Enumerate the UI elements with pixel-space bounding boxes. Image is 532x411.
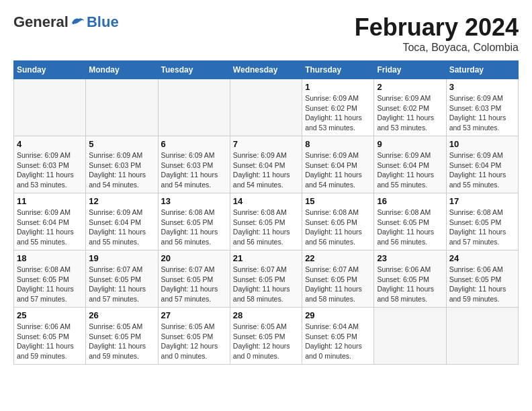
calendar-cell: 11Sunrise: 6:09 AM Sunset: 6:04 PM Dayli… bbox=[14, 193, 86, 250]
calendar-cell: 3Sunrise: 6:09 AM Sunset: 6:03 PM Daylig… bbox=[446, 79, 518, 136]
day-info: Sunrise: 6:08 AM Sunset: 6:05 PM Dayligh… bbox=[377, 208, 443, 247]
calendar-cell: 7Sunrise: 6:09 AM Sunset: 6:04 PM Daylig… bbox=[230, 136, 302, 193]
calendar-cell: 25Sunrise: 6:06 AM Sunset: 6:05 PM Dayli… bbox=[14, 308, 86, 365]
calendar-week-3: 11Sunrise: 6:09 AM Sunset: 6:04 PM Dayli… bbox=[14, 193, 519, 250]
day-number: 11 bbox=[17, 196, 83, 206]
calendar-cell: 2Sunrise: 6:09 AM Sunset: 6:02 PM Daylig… bbox=[374, 79, 446, 136]
day-info: Sunrise: 6:07 AM Sunset: 6:05 PM Dayligh… bbox=[161, 265, 227, 304]
day-info: Sunrise: 6:06 AM Sunset: 6:05 PM Dayligh… bbox=[377, 265, 443, 304]
day-info: Sunrise: 6:09 AM Sunset: 6:02 PM Dayligh… bbox=[377, 93, 443, 133]
day-number: 28 bbox=[233, 310, 299, 320]
calendar-week-2: 4Sunrise: 6:09 AM Sunset: 6:03 PM Daylig… bbox=[14, 136, 519, 193]
calendar-cell bbox=[86, 79, 158, 136]
day-number: 20 bbox=[161, 253, 227, 263]
calendar-cell: 19Sunrise: 6:07 AM Sunset: 6:05 PM Dayli… bbox=[86, 250, 158, 308]
weekday-header-tuesday: Tuesday bbox=[158, 61, 230, 79]
day-number: 25 bbox=[17, 310, 83, 320]
calendar-cell: 29Sunrise: 6:04 AM Sunset: 6:05 PM Dayli… bbox=[302, 308, 374, 365]
calendar-cell: 1Sunrise: 6:09 AM Sunset: 6:02 PM Daylig… bbox=[302, 79, 374, 136]
weekday-header-row: SundayMondayTuesdayWednesdayThursdayFrid… bbox=[14, 61, 519, 79]
calendar-cell bbox=[374, 308, 446, 365]
logo-general-text: General bbox=[13, 13, 69, 31]
day-number: 6 bbox=[161, 139, 227, 149]
calendar-cell: 9Sunrise: 6:09 AM Sunset: 6:04 PM Daylig… bbox=[374, 136, 446, 193]
calendar-cell bbox=[446, 308, 518, 365]
calendar-cell: 24Sunrise: 6:06 AM Sunset: 6:05 PM Dayli… bbox=[446, 250, 518, 308]
day-info: Sunrise: 6:09 AM Sunset: 6:04 PM Dayligh… bbox=[233, 150, 299, 190]
calendar-cell: 23Sunrise: 6:06 AM Sunset: 6:05 PM Dayli… bbox=[374, 250, 446, 308]
day-number: 4 bbox=[17, 139, 83, 149]
calendar-table: SundayMondayTuesdayWednesdayThursdayFrid… bbox=[13, 60, 519, 365]
calendar-cell bbox=[158, 79, 230, 136]
day-number: 14 bbox=[233, 196, 299, 206]
calendar-cell: 15Sunrise: 6:08 AM Sunset: 6:05 PM Dayli… bbox=[302, 193, 374, 250]
calendar-cell bbox=[14, 79, 86, 136]
calendar-cell: 5Sunrise: 6:09 AM Sunset: 6:03 PM Daylig… bbox=[86, 136, 158, 193]
day-number: 23 bbox=[377, 253, 443, 263]
day-info: Sunrise: 6:09 AM Sunset: 6:04 PM Dayligh… bbox=[377, 150, 443, 190]
day-number: 17 bbox=[449, 196, 515, 206]
calendar-cell: 10Sunrise: 6:09 AM Sunset: 6:04 PM Dayli… bbox=[446, 136, 518, 193]
calendar-cell: 20Sunrise: 6:07 AM Sunset: 6:05 PM Dayli… bbox=[158, 250, 230, 308]
day-info: Sunrise: 6:09 AM Sunset: 6:03 PM Dayligh… bbox=[17, 150, 83, 190]
weekday-header-monday: Monday bbox=[86, 61, 158, 79]
title-block: February 2024 Toca, Boyaca, Colombia bbox=[355, 13, 519, 54]
calendar-week-1: 1Sunrise: 6:09 AM Sunset: 6:02 PM Daylig… bbox=[14, 79, 519, 136]
day-info: Sunrise: 6:09 AM Sunset: 6:04 PM Dayligh… bbox=[449, 150, 515, 190]
day-number: 19 bbox=[89, 253, 154, 263]
day-info: Sunrise: 6:09 AM Sunset: 6:03 PM Dayligh… bbox=[449, 93, 515, 133]
day-info: Sunrise: 6:06 AM Sunset: 6:05 PM Dayligh… bbox=[449, 265, 515, 304]
day-number: 18 bbox=[17, 253, 83, 263]
day-number: 9 bbox=[377, 139, 443, 149]
calendar-cell: 17Sunrise: 6:08 AM Sunset: 6:05 PM Dayli… bbox=[446, 193, 518, 250]
calendar-cell: 27Sunrise: 6:05 AM Sunset: 6:05 PM Dayli… bbox=[158, 308, 230, 365]
day-number: 13 bbox=[161, 196, 227, 206]
day-info: Sunrise: 6:09 AM Sunset: 6:04 PM Dayligh… bbox=[17, 208, 83, 247]
calendar-cell: 16Sunrise: 6:08 AM Sunset: 6:05 PM Dayli… bbox=[374, 193, 446, 250]
day-info: Sunrise: 6:09 AM Sunset: 6:04 PM Dayligh… bbox=[89, 208, 154, 247]
logo-blue-text: Blue bbox=[87, 13, 119, 31]
day-number: 12 bbox=[89, 196, 154, 206]
calendar-cell bbox=[230, 79, 302, 136]
calendar-cell: 6Sunrise: 6:09 AM Sunset: 6:03 PM Daylig… bbox=[158, 136, 230, 193]
day-info: Sunrise: 6:08 AM Sunset: 6:05 PM Dayligh… bbox=[17, 265, 83, 304]
weekday-header-wednesday: Wednesday bbox=[230, 61, 302, 79]
day-info: Sunrise: 6:05 AM Sunset: 6:05 PM Dayligh… bbox=[161, 322, 227, 361]
day-number: 7 bbox=[233, 139, 299, 149]
day-info: Sunrise: 6:08 AM Sunset: 6:05 PM Dayligh… bbox=[161, 208, 227, 247]
day-number: 21 bbox=[233, 253, 299, 263]
calendar-cell: 13Sunrise: 6:08 AM Sunset: 6:05 PM Dayli… bbox=[158, 193, 230, 250]
day-info: Sunrise: 6:07 AM Sunset: 6:05 PM Dayligh… bbox=[305, 265, 371, 304]
day-info: Sunrise: 6:07 AM Sunset: 6:05 PM Dayligh… bbox=[233, 265, 299, 304]
weekday-header-sunday: Sunday bbox=[14, 61, 86, 79]
day-info: Sunrise: 6:09 AM Sunset: 6:02 PM Dayligh… bbox=[305, 93, 371, 133]
month-year-title: February 2024 bbox=[355, 13, 519, 42]
calendar-cell: 18Sunrise: 6:08 AM Sunset: 6:05 PM Dayli… bbox=[14, 250, 86, 308]
calendar-cell: 12Sunrise: 6:09 AM Sunset: 6:04 PM Dayli… bbox=[86, 193, 158, 250]
day-number: 3 bbox=[449, 82, 515, 92]
weekday-header-thursday: Thursday bbox=[302, 61, 374, 79]
day-number: 8 bbox=[305, 139, 371, 149]
day-info: Sunrise: 6:09 AM Sunset: 6:03 PM Dayligh… bbox=[89, 150, 154, 190]
calendar-week-4: 18Sunrise: 6:08 AM Sunset: 6:05 PM Dayli… bbox=[14, 250, 519, 308]
calendar-cell: 26Sunrise: 6:05 AM Sunset: 6:05 PM Dayli… bbox=[86, 308, 158, 365]
calendar-cell: 8Sunrise: 6:09 AM Sunset: 6:04 PM Daylig… bbox=[302, 136, 374, 193]
calendar-week-5: 25Sunrise: 6:06 AM Sunset: 6:05 PM Dayli… bbox=[14, 308, 519, 365]
location-subtitle: Toca, Boyaca, Colombia bbox=[355, 42, 519, 54]
calendar-cell: 28Sunrise: 6:05 AM Sunset: 6:05 PM Dayli… bbox=[230, 308, 302, 365]
day-info: Sunrise: 6:09 AM Sunset: 6:04 PM Dayligh… bbox=[305, 150, 371, 190]
day-number: 5 bbox=[89, 139, 154, 149]
calendar-cell: 4Sunrise: 6:09 AM Sunset: 6:03 PM Daylig… bbox=[14, 136, 86, 193]
day-number: 1 bbox=[305, 82, 371, 92]
day-number: 26 bbox=[89, 310, 154, 320]
day-info: Sunrise: 6:09 AM Sunset: 6:03 PM Dayligh… bbox=[161, 150, 227, 190]
logo: General Blue bbox=[13, 13, 119, 31]
day-number: 2 bbox=[377, 82, 443, 92]
day-number: 16 bbox=[377, 196, 443, 206]
logo-bird-icon bbox=[71, 16, 85, 28]
day-number: 27 bbox=[161, 310, 227, 320]
day-info: Sunrise: 6:07 AM Sunset: 6:05 PM Dayligh… bbox=[89, 265, 154, 304]
day-info: Sunrise: 6:08 AM Sunset: 6:05 PM Dayligh… bbox=[305, 208, 371, 247]
day-info: Sunrise: 6:08 AM Sunset: 6:05 PM Dayligh… bbox=[233, 208, 299, 247]
day-number: 22 bbox=[305, 253, 371, 263]
